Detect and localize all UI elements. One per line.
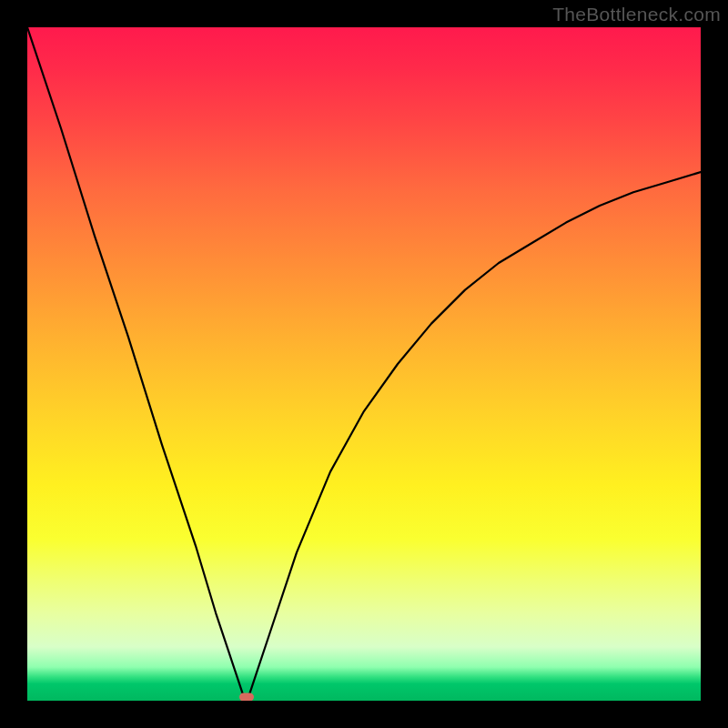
plot-area [27,27,701,701]
watermark-text: TheBottleneck.com [552,4,721,25]
chart-frame: TheBottleneck.com [0,0,728,728]
bottleneck-curve [27,27,701,701]
curve-minimum-marker [239,693,254,702]
